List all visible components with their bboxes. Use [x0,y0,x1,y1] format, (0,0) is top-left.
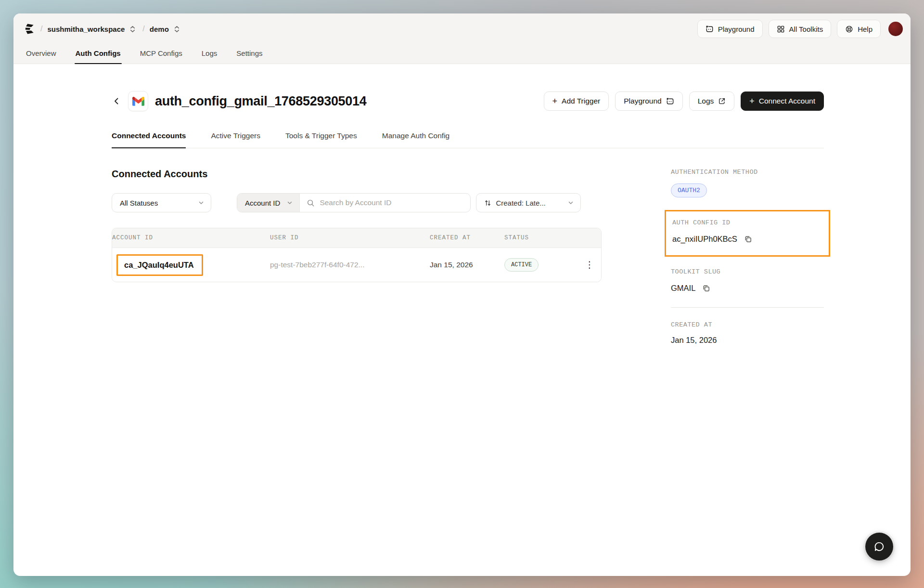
toolkit-slug-label: TOOLKIT SLUG [671,268,824,275]
breadcrumb-separator: / [142,25,144,33]
col-header-created-at: CREATED AT [430,228,504,248]
lifebuoy-icon [845,25,853,33]
filter-row: All Statuses Account ID [112,193,602,212]
subtab-connected-accounts[interactable]: Connected Accounts [112,131,186,148]
plus-icon: + [749,97,755,105]
toolkit-slug-value: GMAIL [671,284,695,293]
subtab-tools-trigger-types[interactable]: Tools & Trigger Types [285,131,357,148]
tab-mcp-configs[interactable]: MCP Configs [139,44,183,64]
sort-arrows-icon [484,199,491,207]
auth-method-label: AUTHENTICATION METHOD [671,169,824,176]
chevron-down-icon [198,199,204,207]
tab-auth-configs[interactable]: Auth Configs [75,44,122,64]
topbar-actions: Playground All Toolkits [697,20,903,38]
chevron-down-icon [568,199,574,207]
search-input-wrap [300,194,470,212]
playground-open-button[interactable]: Playground [615,91,682,111]
created-at-cell: Jan 15, 2026 [430,261,504,269]
page-content: auth_config_gmail_1768529305014 + Add Tr… [13,64,911,345]
main-nav-tabs: Overview Auth Configs MCP Configs Logs S… [13,44,911,64]
status-filter-value: All Statuses [120,199,158,207]
logs-button[interactable]: Logs [689,91,735,111]
grid-icon [777,25,785,33]
topbar: / sushmitha_workspace / demo [13,13,911,44]
help-button[interactable]: Help [837,20,881,38]
help-button-label: Help [858,25,873,33]
copy-icon[interactable] [744,235,752,243]
breadcrumb-workspace[interactable]: sushmitha_workspace [47,25,125,33]
title-actions: + Add Trigger Playground L [544,91,824,111]
auth-config-id-value: ac_nxiIUPh0KBcS [672,235,737,244]
created-at-label: CREATED AT [671,321,824,328]
auth-config-id-label: AUTH CONFIG ID [672,219,822,226]
external-link-icon [718,97,726,105]
playground-icon [706,25,714,33]
subtab-manage-auth-config[interactable]: Manage Auth Config [382,131,449,148]
playground-open-label: Playground [624,97,661,105]
playground-icon [666,97,674,105]
auth-method-badge: OAUTH2 [671,183,707,197]
copy-icon[interactable] [702,284,710,292]
chat-support-button[interactable] [865,533,893,561]
col-header-account-id: ACCOUNT ID [112,228,270,248]
tab-overview[interactable]: Overview [25,44,57,64]
add-trigger-label: Add Trigger [562,97,600,105]
user-id-cell: pg-test-7beb277f-64f0-472... [270,261,430,269]
page-title-row: auth_config_gmail_1768529305014 + Add Tr… [112,91,824,111]
status-filter-dropdown[interactable]: All Statuses [112,193,211,212]
created-at-value: Jan 15, 2026 [671,336,717,345]
sort-value: Created: Late... [496,199,545,207]
page-title: auth_config_gmail_1768529305014 [155,94,366,109]
account-search-group: Account ID [237,193,471,212]
status-badge: ACTIVE [504,258,539,272]
search-input[interactable] [320,198,463,207]
col-header-status: STATUS [504,228,578,248]
logs-label: Logs [698,97,714,105]
detail-sub-tabs: Connected Accounts Active Triggers Tools… [112,131,824,148]
account-id-highlight: ca_JQauIq4euUTA [116,254,203,276]
gmail-toolkit-icon [128,91,148,111]
accounts-table: ACCOUNT ID USER ID CREATED AT STATUS ca_… [112,228,602,282]
connect-account-button[interactable]: + Connect Account [741,91,824,111]
add-trigger-button[interactable]: + Add Trigger [544,91,609,111]
chat-bubble-icon [873,540,886,553]
playground-button[interactable]: Playground [697,20,763,38]
subtab-active-triggers[interactable]: Active Triggers [211,131,260,148]
composio-logo-icon[interactable] [23,23,36,35]
auth-config-id-highlight: AUTH CONFIG ID ac_nxiIUPh0KBcS [665,210,830,257]
section-heading: Connected Accounts [112,169,602,180]
table-row[interactable]: ca_JQauIq4euUTA pg-test-7beb277f-64f0-47… [112,248,601,282]
tab-logs[interactable]: Logs [201,44,218,64]
app-header: / sushmitha_workspace / demo [13,13,911,64]
connected-accounts-panel: Connected Accounts All Statuses Account … [112,169,602,345]
tab-settings[interactable]: Settings [235,44,263,64]
search-field-value: Account ID [245,199,280,207]
divider [671,307,824,308]
breadcrumb-project[interactable]: demo [150,25,169,33]
plus-icon: + [552,97,558,105]
playground-button-label: Playground [718,25,755,33]
search-icon [307,199,315,207]
workspace-switcher-icon[interactable] [129,26,136,33]
sort-dropdown[interactable]: Created: Late... [476,193,581,212]
all-toolkits-button-label: All Toolkits [789,25,823,33]
row-menu-button[interactable]: ⋮ [578,262,601,267]
chevron-down-icon [287,200,293,206]
back-button[interactable] [112,96,121,106]
all-toolkits-button[interactable]: All Toolkits [769,20,832,38]
app-window: / sushmitha_workspace / demo [13,13,911,576]
project-switcher-icon[interactable] [174,26,180,33]
search-field-dropdown[interactable]: Account ID [237,194,300,212]
connect-account-label: Connect Account [759,97,815,105]
col-header-user-id: USER ID [270,228,430,248]
auth-config-details-panel: AUTHENTICATION METHOD OAUTH2 AUTH CONFIG… [671,169,824,345]
table-header-row: ACCOUNT ID USER ID CREATED AT STATUS [112,228,601,248]
user-avatar[interactable] [888,22,903,36]
breadcrumb-separator: / [40,25,42,33]
